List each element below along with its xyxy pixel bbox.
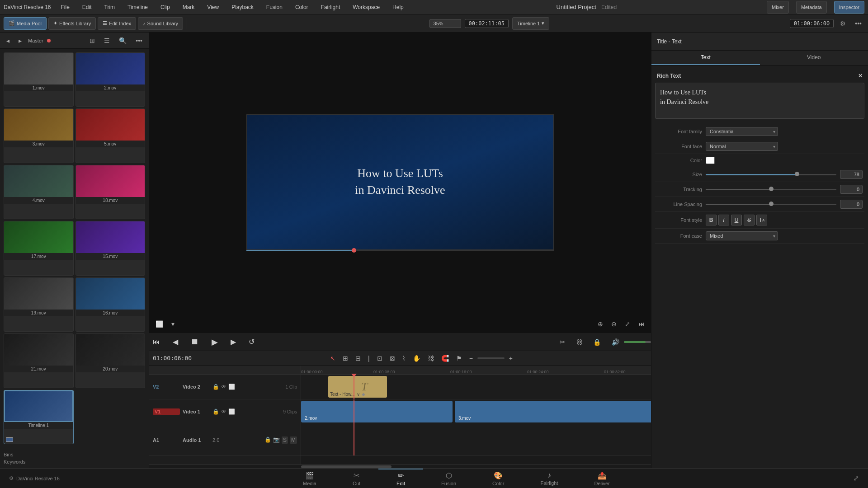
a1-m-button[interactable]: M — [290, 436, 297, 444]
sound-library-button[interactable]: ♪ Sound Library — [138, 17, 183, 30]
list-item[interactable]: 3.mov — [4, 108, 74, 163]
tracking-input[interactable] — [840, 185, 863, 194]
zoom-minus[interactable]: − — [467, 353, 476, 363]
bold-button[interactable]: B — [706, 215, 717, 225]
lock-button[interactable]: 🔒 — [590, 337, 604, 347]
warp-tool[interactable]: ⌇ — [400, 353, 408, 363]
color-swatch[interactable] — [706, 157, 715, 164]
metadata-button[interactable]: Metadata — [796, 1, 827, 14]
list-item[interactable]: 20.mov — [75, 333, 146, 388]
list-toggle[interactable]: ☰ — [101, 36, 113, 46]
app-logo[interactable]: DaVinci Resolve 16 — [4, 4, 51, 10]
menu-trim[interactable]: Trim — [102, 2, 118, 12]
menu-fusion[interactable]: Fusion — [264, 2, 285, 12]
list-item[interactable]: 5.mov — [75, 108, 146, 163]
zoom-select[interactable]: 35%50%75%100% — [429, 19, 461, 28]
size-slider-thumb[interactable] — [795, 172, 799, 176]
strikethrough-button[interactable]: S — [744, 215, 755, 225]
view-toggle[interactable]: ⊞ — [87, 36, 98, 46]
list-item[interactable]: 4.mov — [4, 165, 74, 219]
slip-tool[interactable]: ⊡ — [374, 353, 385, 363]
menu-mark[interactable]: Mark — [180, 2, 198, 12]
font-case-select[interactable]: Mixed UPPERCASE lowercase Title Case — [706, 231, 778, 240]
a1-lock-icon[interactable]: 🔒 — [264, 436, 271, 444]
more-button[interactable]: ••• — [852, 19, 864, 28]
v1-clip-3mov[interactable]: 3.mov — [455, 401, 651, 422]
clip-mode-button[interactable]: ⬜ — [153, 319, 166, 329]
line-spacing-thumb[interactable] — [769, 202, 774, 206]
zoom-in-btn[interactable]: ⊕ — [595, 319, 606, 329]
a1-s-button[interactable]: S — [282, 436, 288, 444]
v1-lock-icon[interactable]: 🔒 — [212, 408, 219, 415]
snap-tool[interactable]: 🧲 — [439, 353, 452, 363]
tracking-slider[interactable] — [706, 189, 836, 190]
stop-button[interactable]: ⏹ — [187, 335, 203, 348]
list-item[interactable]: 2.mov — [75, 52, 146, 107]
scrollbar-thumb[interactable] — [301, 465, 392, 468]
inspector-button[interactable]: Inspector — [834, 1, 864, 14]
settings-icon[interactable]: ⬜ — [228, 384, 235, 390]
dynamic-trim[interactable]: ⊟ — [353, 353, 363, 363]
nav-fusion[interactable]: ⬡ Fusion — [423, 469, 474, 488]
menu-fairlight[interactable]: Fairlight — [318, 2, 343, 12]
trim-tool[interactable]: ⊞ — [340, 353, 351, 363]
effects-library-button[interactable]: ✦ Effects Library — [48, 17, 96, 30]
tracking-slider-thumb[interactable] — [769, 187, 774, 191]
font-face-select[interactable]: Normal Bold Italic Bold Italic — [706, 142, 778, 151]
search-button[interactable]: 🔍 — [116, 36, 129, 46]
nav-back[interactable]: ◂ — [4, 36, 12, 46]
tab-text[interactable]: Text — [651, 51, 760, 65]
menu-timeline[interactable]: Timeline — [125, 2, 151, 12]
hand-tool[interactable]: ✋ — [410, 353, 423, 363]
list-item[interactable]: 15.mov — [75, 221, 146, 275]
nav-fairlight[interactable]: ♪ Fairlight — [522, 469, 576, 488]
nav-color[interactable]: 🎨 Color — [474, 469, 522, 488]
preview-progress[interactable] — [246, 250, 554, 251]
menu-view[interactable]: View — [204, 2, 222, 12]
tab-video[interactable]: Video — [760, 51, 868, 65]
volume-slider[interactable] — [624, 341, 651, 343]
mute-button[interactable]: 🔊 — [609, 337, 622, 347]
blade-tool[interactable]: | — [365, 353, 373, 363]
chevron-down-btn[interactable]: ▾ — [169, 319, 177, 329]
more-options[interactable]: ••• — [133, 36, 145, 46]
slide-tool[interactable]: ⊠ — [387, 353, 398, 363]
prev-frame-button[interactable]: ◀ — [169, 336, 182, 348]
skip-end-btn[interactable]: ⏭ — [636, 319, 647, 329]
list-item[interactable]: 17.mov — [4, 221, 74, 275]
menu-workspace[interactable]: Workspace — [350, 2, 382, 12]
edit-index-button[interactable]: ☰ Edit Index — [98, 17, 136, 30]
link-tool[interactable]: ⛓ — [425, 353, 437, 363]
maximize-icon[interactable]: ⤢ — [853, 474, 859, 482]
cut-tool[interactable]: ✂ — [557, 337, 568, 347]
next-frame-button[interactable]: ▶ — [227, 336, 240, 348]
menu-edit[interactable]: Edit — [80, 2, 94, 12]
flag-tool[interactable]: ⚑ — [453, 353, 465, 363]
line-spacing-slider[interactable] — [706, 204, 836, 205]
nav-forward[interactable]: ▸ — [16, 36, 24, 46]
menu-help[interactable]: Help — [390, 2, 406, 12]
v1-settings-icon[interactable]: ⬜ — [228, 408, 235, 415]
rich-text-editor[interactable]: How to Use LUTs in Davinci Resolve — [655, 83, 864, 119]
line-spacing-input[interactable] — [840, 200, 863, 209]
font-family-select[interactable]: Constantia Arial Helvetica Georgia — [706, 127, 778, 136]
zoom-out-btn[interactable]: ⊖ — [609, 319, 619, 329]
nav-deliver[interactable]: 📤 Deliver — [576, 469, 628, 488]
menu-color[interactable]: Color — [292, 2, 311, 12]
menu-file[interactable]: File — [58, 2, 72, 12]
selection-tool[interactable]: ↖ — [327, 353, 338, 363]
nav-cut[interactable]: ✂ Cut — [335, 469, 378, 488]
all-caps-button[interactable]: TA — [756, 215, 767, 225]
italic-button[interactable]: I — [718, 215, 729, 225]
underline-button[interactable]: U — [731, 215, 742, 225]
fullscreen-btn[interactable]: ⤢ — [622, 319, 633, 329]
link-button[interactable]: ⛓ — [573, 337, 585, 347]
size-input[interactable] — [840, 170, 863, 179]
zoom-slider[interactable] — [477, 357, 505, 359]
loop-button[interactable]: ↺ — [245, 336, 258, 348]
timeline-scrollbar[interactable] — [149, 465, 651, 468]
v1-eye-icon[interactable]: 👁 — [221, 408, 226, 415]
media-pool-button[interactable]: 🎬 Media Pool — [4, 17, 47, 30]
v1-clip-2mov[interactable]: 2.mov — [301, 401, 453, 422]
timeline-item[interactable]: Timeline 1 — [4, 390, 74, 444]
